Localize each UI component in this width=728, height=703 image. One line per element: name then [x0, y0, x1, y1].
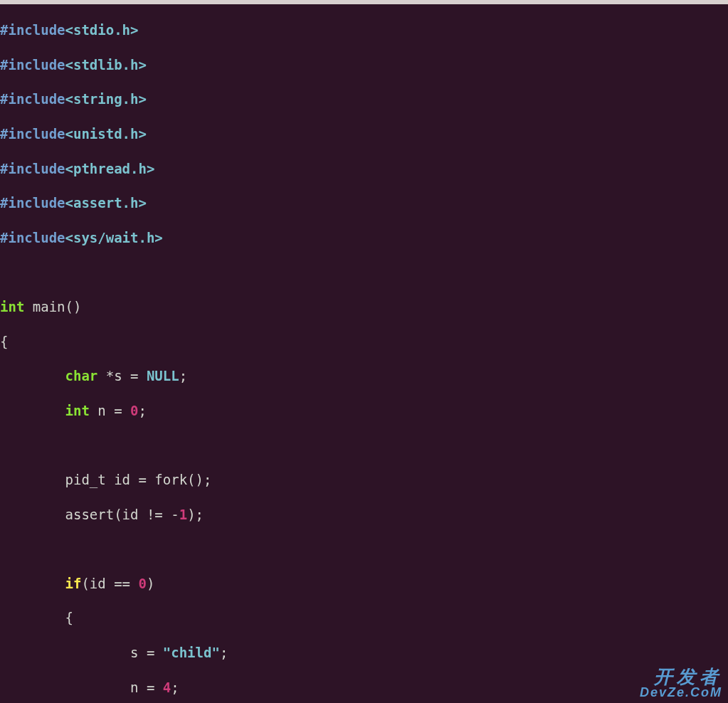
directive: #include [0, 126, 65, 142]
literal-four: 4 [163, 680, 171, 695]
include-line: #include<unistd.h> [0, 125, 728, 142]
header-unistd: <unistd.h> [65, 126, 147, 142]
include-line: #include<pthread.h> [0, 160, 728, 177]
semicolon: ; [139, 403, 147, 418]
close-paren: ) [147, 576, 154, 591]
assign-n: n = [130, 680, 163, 695]
header-stdlib: <stdlib.h> [65, 57, 147, 73]
code-line: assert(id != -1); [0, 506, 728, 523]
code-line: if(id == 0) [0, 575, 728, 592]
directive: #include [0, 161, 65, 176]
fork-call: pid_t id = fork(); [65, 472, 212, 487]
include-line: #include<stdio.h> [0, 21, 728, 38]
if-cond: (id == [81, 576, 138, 591]
main-decl: int main() [0, 298, 728, 315]
code-line: pid_t id = fork(); [0, 471, 728, 488]
keyword-if: if [65, 576, 82, 591]
assign-s: s = [130, 645, 163, 660]
semicolon: ; [179, 368, 187, 384]
directive: #include [0, 22, 65, 38]
type-int: int [0, 299, 24, 314]
include-line: #include<assert.h> [0, 194, 728, 211]
assert-call: assert(id != - [65, 507, 179, 522]
include-line: #include<string.h> [0, 90, 728, 107]
directive: #include [0, 57, 65, 73]
brace-open: { [0, 333, 728, 350]
decl-n: n = [90, 403, 130, 418]
header-pthread: <pthread.h> [65, 161, 155, 176]
header-string: <string.h> [65, 91, 147, 107]
string-child: "child" [163, 645, 220, 660]
include-line: #include<stdlib.h> [0, 56, 728, 73]
type-int: int [65, 403, 90, 418]
brace-open: { [0, 609, 728, 626]
code-line: char *s = NULL; [0, 367, 728, 384]
code-line: s = "child"; [0, 644, 728, 661]
directive: #include [0, 230, 65, 245]
header-syswait: <sys/wait.h> [65, 230, 163, 245]
header-stdio: <stdio.h> [65, 22, 139, 38]
directive: #include [0, 91, 65, 107]
decl-s: *s = [97, 368, 147, 384]
semicolon: ; [220, 645, 228, 660]
main-name: main() [24, 299, 81, 314]
blank-line [0, 436, 728, 453]
directive: #include [0, 195, 65, 211]
code-line: int n = 0; [0, 402, 728, 419]
header-assert: <assert.h> [65, 195, 147, 211]
literal-zero: 0 [130, 403, 138, 418]
brace: { [65, 610, 73, 625]
blank-line [0, 540, 728, 557]
literal-one: 1 [179, 507, 187, 522]
literal-zero: 0 [138, 576, 146, 591]
null-literal: NULL [147, 368, 179, 384]
blank-line [0, 263, 728, 280]
type-char: char [65, 368, 98, 384]
close-paren: ); [187, 507, 204, 522]
code-line: n = 4; [0, 679, 728, 696]
include-line: #include<sys/wait.h> [0, 229, 728, 246]
semicolon: ; [171, 680, 179, 695]
code-block: #include<stdio.h> #include<stdlib.h> #in… [0, 4, 728, 703]
